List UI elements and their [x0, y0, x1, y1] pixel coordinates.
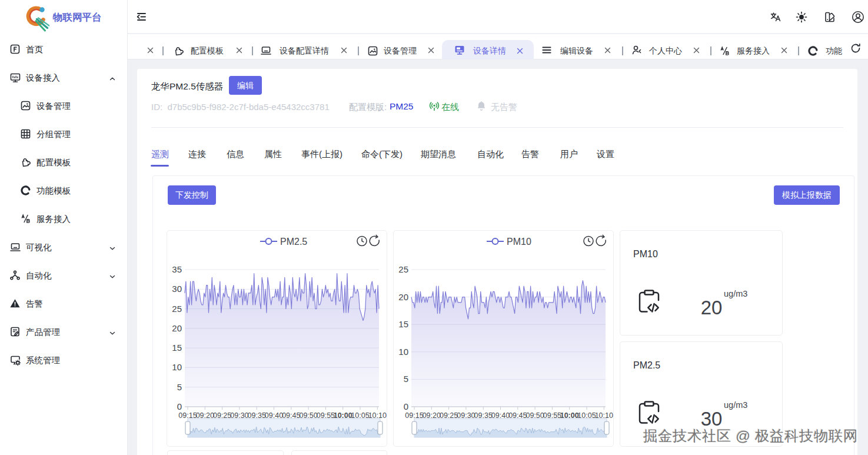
svg-text:25: 25	[398, 264, 408, 274]
svg-text:PM10: PM10	[507, 237, 531, 247]
svg-text:15: 15	[398, 319, 408, 329]
svg-text:0: 0	[177, 401, 182, 411]
svg-text:10: 10	[172, 362, 182, 372]
svg-text:15: 15	[172, 343, 182, 353]
svg-text:5: 5	[404, 374, 408, 384]
svg-text:30: 30	[172, 284, 182, 294]
svg-text:10: 10	[398, 347, 408, 357]
svg-text:PM2.5: PM2.5	[280, 237, 307, 247]
svg-text:25: 25	[172, 304, 182, 314]
svg-text:35: 35	[172, 264, 182, 274]
svg-text:20: 20	[172, 323, 182, 333]
svg-text:5: 5	[177, 382, 182, 392]
svg-text:20: 20	[398, 292, 408, 302]
svg-text:0: 0	[404, 401, 408, 411]
